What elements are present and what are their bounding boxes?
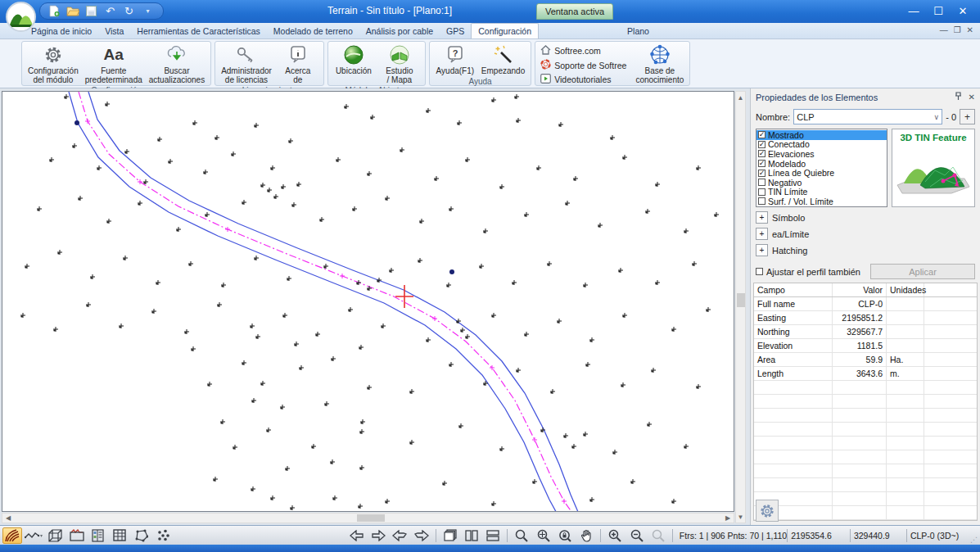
checkbox-unchecked-icon[interactable]: [758, 197, 765, 205]
survey-point[interactable]: [446, 283, 451, 287]
panel-close-icon[interactable]: ✕: [969, 93, 975, 102]
flag-tin-l-mite[interactable]: TIN Límite: [756, 188, 887, 197]
profile-view-icon[interactable]: [67, 527, 87, 544]
survey-point[interactable]: [255, 334, 260, 339]
checkbox-unchecked-icon[interactable]: [758, 188, 765, 196]
grid-table-icon[interactable]: [110, 527, 129, 544]
ubicacion-button[interactable]: Ubicación: [332, 43, 376, 76]
survey-point[interactable]: [323, 264, 328, 269]
survey-point[interactable]: [367, 171, 372, 176]
survey-point[interactable]: [348, 307, 353, 312]
configuracion-del-modulo-button[interactable]: Configuración del módulo: [25, 43, 81, 85]
survey-point[interactable]: [123, 256, 128, 260]
table-row[interactable]: [754, 506, 977, 520]
videotutoriales-link[interactable]: Videotutoriales: [540, 74, 626, 85]
survey-point[interactable]: [25, 264, 29, 269]
survey-point[interactable]: [612, 450, 617, 455]
checkbox-checked-icon[interactable]: ✓: [758, 160, 765, 167]
administrador-licencias-button[interactable]: Administrador de licencias: [219, 43, 274, 85]
doc-restore-button[interactable]: ❐: [954, 25, 961, 34]
survey-point[interactable]: [215, 135, 219, 140]
survey-point[interactable]: [352, 206, 357, 211]
survey-point[interactable]: [696, 384, 701, 389]
tab-analisis[interactable]: Análisis por cable: [359, 24, 440, 38]
aplicar-button[interactable]: Aplicar: [870, 264, 975, 279]
survey-point[interactable]: [124, 149, 129, 154]
scroll-down-icon[interactable]: ▼: [736, 511, 745, 523]
survey-point[interactable]: [512, 280, 517, 285]
add-feature-button[interactable]: +: [960, 109, 975, 124]
survey-point[interactable]: [692, 261, 697, 266]
survey-point[interactable]: [331, 356, 336, 361]
checkbox-checked-icon[interactable]: ✓: [758, 170, 765, 177]
survey-point[interactable]: [630, 479, 635, 484]
survey-point[interactable]: [426, 108, 431, 113]
close-button[interactable]: ✕: [951, 0, 975, 21]
survey-point[interactable]: [290, 505, 295, 510]
survey-point[interactable]: [598, 223, 603, 228]
survey-point[interactable]: [151, 309, 156, 314]
survey-point[interactable]: [645, 209, 650, 214]
survey-point[interactable]: [589, 337, 594, 342]
survey-point[interactable]: [191, 346, 196, 351]
new-file-button[interactable]: [47, 5, 61, 18]
survey-point[interactable]: [499, 446, 504, 451]
table-row[interactable]: [754, 381, 977, 395]
survey-point[interactable]: [205, 212, 210, 217]
survey-point[interactable]: [143, 179, 148, 184]
survey-point[interactable]: [296, 182, 301, 187]
zoom-extents-icon[interactable]: [534, 527, 553, 544]
survey-point[interactable]: [260, 381, 265, 386]
polyline-icon[interactable]: [24, 527, 43, 544]
survey-point[interactable]: [319, 217, 324, 222]
survey-point[interactable]: [20, 313, 25, 318]
table-row[interactable]: Area59.9Ha.: [754, 353, 977, 367]
survey-point[interactable]: [203, 170, 208, 174]
feature-flags-list[interactable]: ✓Mostrado✓Conectado✓Elevaciones✓Modelado…: [756, 129, 887, 207]
table-row[interactable]: [754, 409, 977, 423]
minimize-button[interactable]: —: [901, 0, 926, 21]
survey-point[interactable]: [231, 152, 236, 156]
survey-point[interactable]: [571, 444, 576, 449]
ajustar-perfil-checkbox[interactable]: [756, 268, 763, 275]
survey-point[interactable]: [457, 120, 462, 125]
layout-panel-icon[interactable]: [88, 527, 108, 544]
survey-point[interactable]: [157, 137, 162, 142]
survey-point[interactable]: [426, 337, 431, 342]
survey-point[interactable]: [336, 157, 341, 162]
survey-point[interactable]: [647, 422, 652, 427]
survey-point[interactable]: [583, 283, 588, 287]
map-canvas[interactable]: [2, 91, 734, 512]
survey-point[interactable]: [57, 250, 62, 255]
zoom-lock-icon[interactable]: [555, 527, 575, 544]
acerca-de-button[interactable]: Acerca de: [276, 43, 320, 85]
survey-point[interactable]: [655, 182, 660, 187]
survey-point[interactable]: [385, 196, 390, 201]
flag-surf-vol-l-mite[interactable]: Surf. / Vol. Límite: [756, 197, 887, 206]
tab-plano[interactable]: Plano: [621, 24, 656, 38]
nombre-combobox[interactable]: CLP ∨: [793, 109, 942, 124]
survey-point[interactable]: [610, 135, 615, 140]
survey-point[interactable]: [409, 389, 414, 394]
scroll-right-icon[interactable]: ▶: [722, 514, 734, 523]
survey-point[interactable]: [251, 398, 256, 403]
survey-point[interactable]: [299, 365, 304, 370]
horizontal-scrollbar[interactable]: ◀ ▶: [2, 513, 734, 523]
flag-modelado[interactable]: ✓Modelado: [756, 159, 887, 169]
survey-point[interactable]: [714, 212, 719, 217]
survey-point[interactable]: [260, 183, 265, 188]
survey-point[interactable]: [156, 280, 160, 285]
survey-point[interactable]: [106, 219, 111, 224]
survey-point[interactable]: [251, 486, 255, 491]
survey-point[interactable]: [168, 159, 173, 164]
survey-point[interactable]: [330, 459, 335, 464]
survey-point[interactable]: [458, 423, 463, 428]
survey-point[interactable]: [434, 176, 439, 181]
survey-point[interactable]: [176, 227, 181, 232]
survey-point[interactable]: [516, 368, 521, 373]
survey-point[interactable]: [696, 165, 701, 170]
horizontal-scroll-thumb[interactable]: [357, 514, 385, 522]
save-file-button[interactable]: [84, 5, 98, 18]
table-row[interactable]: Northing329567.7: [754, 325, 977, 339]
cascade-windows-icon[interactable]: [440, 527, 460, 544]
